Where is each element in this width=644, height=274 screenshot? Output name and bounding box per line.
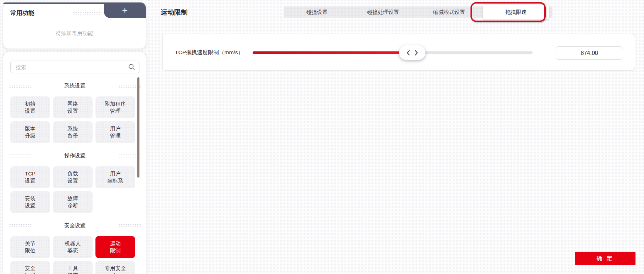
section-title: 操作设置 [64,152,86,159]
chevron-left-icon [407,50,410,56]
section-drag-dots-right-icon [118,224,141,228]
speed-value-input[interactable] [556,46,623,60]
settings-tab-bar: 碰撞设置碰撞处理设置缩减模式设置拖拽限速 [284,6,552,18]
tile-installation-settings[interactable]: 安装 设置 [10,191,50,213]
speed-slider-handle[interactable] [399,45,425,60]
tile-robot-posture[interactable]: 机器人 姿态 [53,236,93,258]
favorites-empty-hint: 待添加常用功能 [3,30,146,37]
section-header: 安全设置 [3,222,146,229]
tile-version-upgrade[interactable]: 版本 升级 [10,121,50,143]
tile-grid: 初始 设置网络 设置附加程序 管理版本 升级系统 备份用户 管理 [3,96,146,143]
function-sections: 系统设置初始 设置网络 设置附加程序 管理版本 升级系统 备份用户 管理操作设置… [3,73,146,274]
tab-collision-handling-settings[interactable]: 碰撞处理设置 [350,6,416,18]
page-title: 运动限制 [161,8,188,17]
section-drag-dots-left-icon [9,224,32,228]
favorites-card: + 常用功能 待添加常用功能 [3,2,146,49]
tile-payload-settings[interactable]: 负载 设置 [53,166,93,188]
tile-grid: TCP 设置负载 设置用户 坐标系安装 设置故障 诊断 [3,166,146,213]
tile-user-coordinate-system[interactable]: 用户 坐标系 [95,166,135,188]
chevron-right-icon [414,50,418,56]
add-favorites-tab[interactable]: + [104,2,146,18]
favorites-card-top-edge [3,2,107,4]
tab-drag-speed-limit[interactable]: 拖拽限速 [483,5,549,19]
vertical-scrollbar[interactable] [137,77,139,178]
speed-slider-track[interactable] [253,51,533,54]
speed-slider-fill [253,51,412,54]
search-field-wrap [10,61,139,73]
tile-network-settings[interactable]: 网络 设置 [53,96,93,118]
drag-handle-icon[interactable] [73,12,100,16]
tab-collision-settings[interactable]: 碰撞设置 [284,6,350,18]
tile-tcp-settings[interactable]: TCP 设置 [10,166,50,188]
tile-system-backup[interactable]: 系统 备份 [53,121,93,143]
tile-addon-program-management[interactable]: 附加程序 管理 [95,96,135,118]
tile-motion-limits[interactable]: 运动 限制 [95,236,135,258]
drag-speed-limit-card: TCP拖拽速度限制（mm/s） [162,34,635,71]
tile-safety-zone[interactable]: 安全 区域 [10,261,50,274]
section-header: 系统设置 [3,83,146,89]
plus-icon: + [122,6,128,15]
tcp-drag-speed-label: TCP拖拽速度限制（mm/s） [175,34,243,71]
section-title: 安全设置 [64,222,86,229]
section-drag-dots-left-icon [9,84,32,88]
tile-grid: 关节 限位机器人 姿态运动 限制安全 区域工具 姿态专用安全 I/O [3,236,146,274]
search-icon [128,63,135,71]
section-header: 操作设置 [3,152,146,159]
functions-panel: 系统设置初始 设置网络 设置附加程序 管理版本 升级系统 备份用户 管理操作设置… [3,52,146,274]
tile-dedicated-safety-io[interactable]: 专用安全 I/O [95,261,135,274]
section-title: 系统设置 [64,83,86,89]
favorites-title: 常用功能 [10,9,34,17]
confirm-button[interactable]: 确 定 [575,252,635,265]
tile-initial-settings[interactable]: 初始 设置 [10,96,50,118]
search-input[interactable] [10,61,139,73]
tab-reduced-mode-settings[interactable]: 缩减模式设置 [416,6,482,18]
tile-tool-posture[interactable]: 工具 姿态 [53,261,93,274]
tile-user-management[interactable]: 用户 管理 [95,121,135,143]
tile-joint-limits[interactable]: 关节 限位 [10,236,50,258]
section-drag-dots-left-icon [9,154,32,158]
tile-fault-diagnosis[interactable]: 故障 诊断 [53,191,93,213]
